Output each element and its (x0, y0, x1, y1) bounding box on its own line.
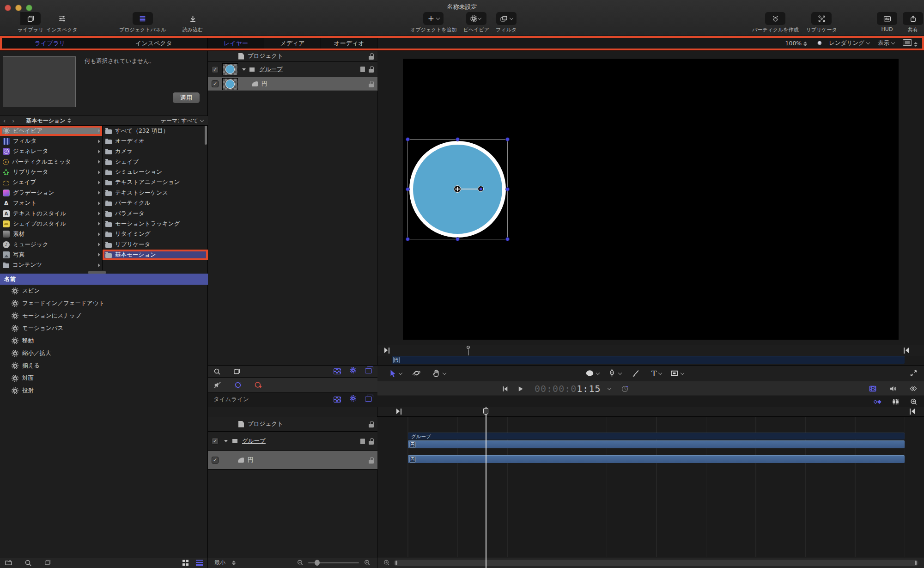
behavior-row[interactable]: モーションパス (0, 322, 208, 335)
selection-handle[interactable] (505, 187, 510, 191)
tab-media[interactable]: メディア (264, 36, 321, 50)
selection-handle[interactable] (505, 137, 510, 141)
library-subcategory-row[interactable]: シェイプ (103, 157, 208, 167)
mute-icon[interactable] (213, 381, 222, 389)
rectangle-tool-icon[interactable] (670, 369, 684, 378)
timeline-ruler[interactable] (377, 407, 924, 417)
orbit-tool-icon[interactable] (412, 369, 421, 378)
disclosure-triangle-icon[interactable] (98, 150, 100, 153)
disclosure-triangle-icon[interactable] (98, 263, 100, 267)
view-menu[interactable]: 表示 (878, 39, 894, 47)
paint-stroke-tool-icon[interactable] (632, 369, 640, 378)
library-subcategory-row[interactable]: すべて（232 項目） (103, 126, 208, 136)
name-column-header[interactable]: 名前 (0, 274, 208, 285)
library-category-row[interactable]: 素材 (0, 229, 102, 239)
show-masks-icon[interactable] (334, 368, 341, 374)
library-subcategory-row[interactable]: モーショントラッキング (103, 219, 208, 229)
behavior-row[interactable]: 移動 (0, 335, 208, 347)
icon-view-icon[interactable] (182, 560, 188, 566)
stepper-icon[interactable] (67, 118, 71, 123)
go-to-start-icon[interactable] (501, 384, 509, 393)
disclosure-triangle-icon[interactable] (98, 243, 100, 246)
circle-layer-row[interactable]: 円 (208, 77, 377, 91)
zoom-out-icon[interactable] (297, 559, 304, 566)
tab-inspector[interactable]: インスペクタ (100, 36, 208, 50)
isolate-layers-icon[interactable] (360, 439, 365, 444)
visibility-checkbox[interactable] (212, 80, 219, 87)
hud-button[interactable]: HUD (877, 12, 897, 32)
mini-timeline-bar[interactable]: 円 (392, 356, 905, 364)
filmstrip-icon[interactable] (892, 397, 900, 406)
bezier-tool-icon[interactable] (608, 369, 621, 378)
disclosure-triangle-icon[interactable] (98, 202, 100, 205)
library-category-row[interactable]: テキストのスタイル (0, 208, 102, 219)
lock-icon[interactable] (369, 460, 374, 464)
timeline-project-row[interactable]: プロジェクト (208, 417, 377, 432)
behavior-row[interactable]: フェードイン／フェードアウト (0, 297, 208, 310)
zoom-in-icon[interactable] (364, 559, 371, 566)
library-toggle-button[interactable]: ライブラリ (18, 12, 43, 33)
lock-icon[interactable] (369, 84, 374, 87)
new-folder-icon[interactable] (5, 559, 12, 567)
forward-arrow-icon[interactable]: › (12, 117, 14, 124)
behavior-row[interactable]: 揃える (0, 360, 208, 372)
library-subcategory-row[interactable]: オーディオ (103, 136, 208, 146)
selection-handle[interactable] (456, 137, 460, 141)
loop-icon[interactable] (234, 381, 242, 389)
timeline-group-row[interactable]: グループ (208, 432, 377, 451)
timeline-horizontal-scrollbar[interactable] (394, 560, 918, 566)
behavior-row[interactable]: 対面 (0, 372, 208, 385)
timer-icon[interactable] (621, 384, 629, 393)
behavior-row[interactable]: スピン (0, 285, 208, 297)
zoom-level-control[interactable]: 100% (785, 40, 807, 47)
disclosure-triangle-icon[interactable] (98, 191, 100, 195)
library-category-row[interactable]: 写真 (0, 250, 102, 260)
selection-handle[interactable] (505, 237, 510, 241)
search-icon[interactable] (24, 559, 32, 567)
inspector-toggle-button[interactable]: インスペクタ (46, 12, 78, 33)
ellipse-tool-icon[interactable] (585, 369, 599, 378)
selection-handle[interactable] (406, 137, 410, 141)
circle-track-bar[interactable]: 円 (408, 455, 905, 463)
library-category-row[interactable]: フォント (0, 198, 102, 208)
show-filters-icon[interactable] (365, 368, 372, 373)
mini-timeline[interactable] (377, 345, 924, 356)
isolate-layers-icon[interactable] (360, 67, 365, 72)
library-category-row[interactable]: フィルタ (0, 136, 102, 146)
library-category-row[interactable]: シェイプ (0, 177, 102, 188)
zoom-timeline-icon[interactable] (910, 397, 918, 406)
lock-icon[interactable] (369, 424, 374, 428)
lock-icon[interactable] (369, 441, 374, 445)
group-row[interactable]: グループ (208, 62, 377, 77)
show-behaviors-icon[interactable] (351, 397, 355, 400)
show-keyframes-icon[interactable] (909, 384, 918, 393)
tab-layers[interactable]: レイヤー (208, 36, 264, 50)
timeline-circle-row[interactable]: 円 (208, 451, 377, 470)
display-control[interactable] (903, 39, 918, 47)
show-behaviors-icon[interactable] (351, 368, 355, 372)
add-object-button[interactable]: + オブジェクトを追加 (410, 12, 457, 33)
library-category-row[interactable]: ジェネレータ (0, 147, 102, 157)
disclosure-triangle-icon[interactable] (98, 212, 100, 215)
library-subcategory-row[interactable]: パーティクル (103, 198, 208, 208)
behaviors-toolbar-button[interactable]: ビヘイビア (463, 12, 489, 33)
project-panel-button[interactable]: プロジェクトパネル (119, 12, 166, 33)
disclosure-down-icon[interactable] (224, 440, 228, 442)
behavior-row[interactable]: 縮小／拡大 (0, 347, 208, 360)
library-subcategory-row[interactable]: 基本モーション (103, 250, 208, 260)
filters-toolbar-button[interactable]: フィルタ (496, 12, 517, 33)
library-subcategory-row[interactable]: シミュレーション (103, 167, 208, 177)
visibility-checkbox[interactable] (212, 438, 219, 445)
library-subcategory-row[interactable]: カメラ (103, 147, 208, 157)
keyframe-icon[interactable] (874, 397, 881, 406)
disclosure-triangle-icon[interactable] (98, 222, 100, 226)
tab-library[interactable]: ライブラリ (0, 36, 100, 50)
anchor-point-icon[interactable] (454, 185, 461, 193)
tab-audio[interactable]: オーディオ (321, 36, 377, 50)
expand-icon[interactable] (910, 369, 918, 377)
library-subcategory-row[interactable]: テキストシーケンス (103, 188, 208, 198)
list-view-icon[interactable] (196, 560, 203, 566)
apply-button[interactable]: 適用 (173, 92, 200, 103)
disclosure-down-icon[interactable] (242, 68, 246, 71)
lock-icon[interactable] (369, 56, 374, 60)
